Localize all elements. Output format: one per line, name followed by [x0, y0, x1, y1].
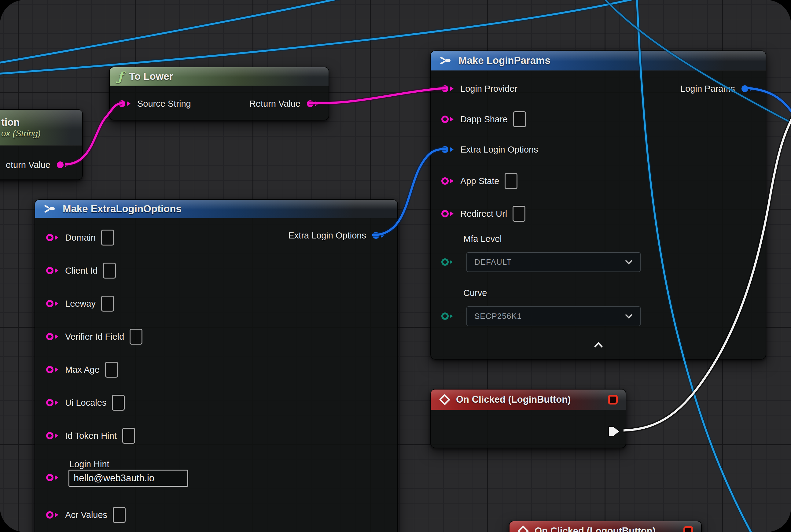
text-value-box[interactable] [513, 206, 525, 222]
struct-output-pin-icon[interactable] [740, 84, 755, 94]
node-header[interactable]: ƒ To Lower [110, 67, 329, 86]
node-title: tion [1, 116, 20, 128]
text-value-box[interactable] [513, 111, 526, 127]
text-value-box[interactable] [101, 296, 114, 311]
node-on-clicked-logout-button[interactable]: On Clicked (LogoutButton) [509, 521, 702, 532]
node-to-lower[interactable]: ƒ To Lower Source String Return Value [109, 66, 329, 120]
mfa-level-label: Mfa Level [463, 234, 502, 244]
pin-label: Leeway [65, 299, 96, 309]
string-input-pin-icon[interactable] [45, 510, 60, 520]
string-input-pin-icon[interactable] [45, 473, 60, 482]
node-header[interactable]: Make ExtraLoginOptions [35, 200, 397, 218]
string-input-pin-icon[interactable] [45, 299, 60, 308]
node-make-login-params[interactable]: Make LoginParams Login Provider Login Pa… [430, 51, 766, 360]
string-input-pin-icon[interactable] [45, 332, 60, 342]
pin-row-leeway: Leeway [45, 296, 114, 312]
pin-row-acr-values: Acr Values [45, 507, 126, 523]
login-hint-label: Login Hint [70, 459, 110, 469]
wire-blue-diagonal-1 [0, 0, 368, 64]
collapse-node-chevron-icon[interactable] [593, 342, 604, 348]
curve-dropdown[interactable]: SECP256K1 [466, 306, 641, 326]
pin-row-extra-login-options-out: Extra Login Options [288, 227, 386, 244]
node-on-clicked-login-button[interactable]: On Clicked (LoginButton) [430, 389, 626, 448]
curve-label: Curve [463, 288, 487, 298]
node-subtitle: ox (String) [1, 129, 41, 138]
pin-label: Domain [65, 233, 96, 243]
text-value-box[interactable] [112, 395, 125, 411]
pin-label: Extra Login Options [288, 230, 366, 241]
enum-input-pin-icon[interactable] [441, 257, 455, 267]
chevron-down-icon [625, 260, 633, 265]
node-title: Make LoginParams [459, 55, 551, 66]
pin-row-return-value: eturn Value [6, 156, 70, 173]
text-value-box[interactable] [101, 230, 114, 246]
pin-label: Acr Values [65, 510, 107, 520]
text-value-box[interactable] [103, 263, 116, 279]
pin-label: Extra Login Options [460, 145, 538, 155]
make-struct-icon [43, 204, 57, 213]
blueprint-graph-canvas[interactable]: tion ox (String) eturn Value ƒ To Lower … [0, 0, 791, 532]
pin-row-redirect-url: Redirect Url [441, 206, 525, 222]
pin-label: Client Id [65, 266, 97, 276]
node-title: Make ExtraLoginOptions [63, 203, 181, 215]
pin-row-return-value: Return Value [249, 95, 320, 112]
login-hint-input[interactable] [69, 470, 188, 487]
node-header[interactable]: On Clicked (LoginButton) [431, 390, 626, 410]
text-value-box[interactable] [105, 362, 118, 378]
node-make-extra-login-options[interactable]: Make ExtraLoginOptions Extra Login Optio… [35, 200, 398, 532]
delegate-pin[interactable] [608, 395, 618, 404]
pin-label: Source String [137, 99, 191, 109]
pin-label: Verifier Id Field [65, 332, 124, 342]
string-input-pin-icon[interactable] [441, 114, 455, 124]
pin-row-source-string: Source String [118, 95, 191, 112]
make-struct-icon [439, 56, 452, 65]
text-value-box[interactable] [113, 507, 126, 523]
pin-row-id-token-hint: Id Token Hint [45, 428, 135, 444]
string-input-pin-icon[interactable] [118, 99, 132, 109]
string-input-pin-icon[interactable] [441, 209, 455, 218]
text-value-box[interactable] [122, 428, 135, 444]
text-value-box[interactable] [505, 173, 518, 189]
dropdown-value: SECP256K1 [474, 311, 522, 321]
string-input-pin-icon[interactable] [441, 176, 455, 186]
event-diamond-icon [439, 394, 450, 405]
node-header[interactable]: On Clicked (LogoutButton) [509, 521, 701, 532]
node-title: On Clicked (LoginButton) [456, 394, 571, 405]
pin-row-login-provider: Login Provider [441, 80, 518, 97]
delegate-pin[interactable] [683, 526, 693, 532]
string-input-pin-icon[interactable] [45, 398, 60, 407]
event-diamond-icon [518, 525, 529, 532]
node-string-source-partial[interactable]: tion ox (String) eturn Value [0, 109, 83, 180]
mfa-level-dropdown[interactable]: DEFAULT [466, 252, 641, 272]
chevron-down-icon [625, 314, 633, 319]
exec-output-pin-icon[interactable] [607, 425, 621, 438]
string-output-pin-icon[interactable] [56, 160, 70, 170]
wire-string-tolower-to-loginprovider [309, 88, 446, 103]
text-value-box[interactable] [130, 329, 142, 345]
struct-output-pin-icon[interactable] [372, 230, 386, 240]
pin-label: Login Params [680, 84, 735, 94]
pin-label: Login Provider [460, 84, 518, 94]
node-header[interactable]: Make LoginParams [431, 51, 766, 71]
pin-row-extra-login-options-in: Extra Login Options [441, 141, 538, 158]
string-input-pin-icon[interactable] [45, 431, 60, 441]
pin-label: eturn Value [6, 160, 51, 170]
enum-input-pin-icon[interactable] [441, 311, 455, 321]
string-input-pin-icon[interactable] [45, 233, 60, 243]
string-input-pin-icon[interactable] [45, 365, 60, 375]
pin-row-max-age: Max Age [45, 361, 118, 378]
pin-row-client-id: Client Id [45, 262, 116, 279]
pin-label: Id Token Hint [65, 431, 117, 441]
struct-input-pin-icon[interactable] [441, 145, 455, 154]
pin-row-login-params-out: Login Params [680, 80, 755, 97]
pin-label: Dapp Share [460, 114, 508, 125]
node-header[interactable]: tion ox (String) [0, 110, 82, 146]
pin-row-verifier-id-field: Verifier Id Field [45, 328, 142, 345]
function-icon: ƒ [118, 70, 123, 82]
string-input-pin-icon[interactable] [441, 84, 455, 94]
pin-label: Return Value [249, 99, 301, 109]
pin-label: Redirect Url [460, 209, 507, 219]
pin-label: App State [460, 176, 499, 186]
string-input-pin-icon[interactable] [45, 266, 60, 276]
string-output-pin-icon[interactable] [306, 99, 320, 109]
